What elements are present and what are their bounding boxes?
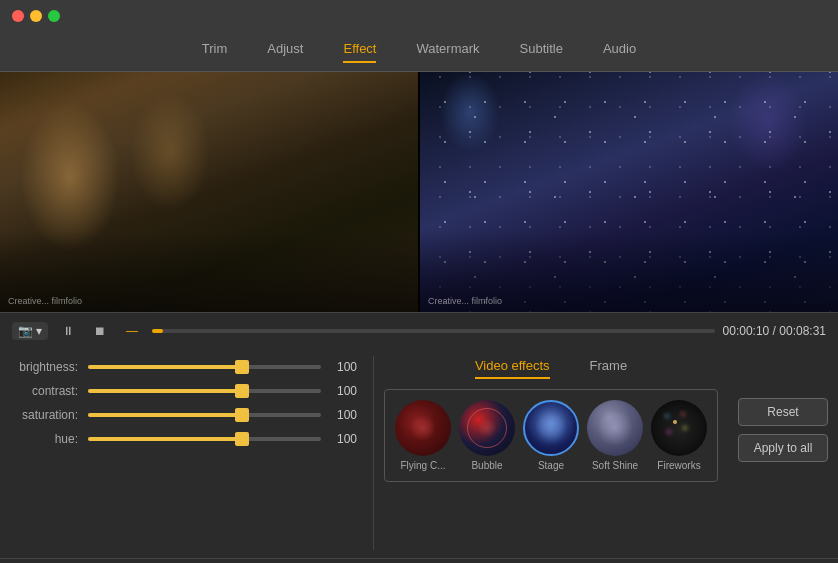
video-label-left: Creative... filmfolio [8, 296, 82, 306]
tab-adjust[interactable]: Adjust [267, 41, 303, 62]
saturation-value: 100 [321, 408, 357, 422]
volume-icon: — [120, 319, 144, 343]
flying-c-glow [410, 415, 436, 441]
tab-trim[interactable]: Trim [202, 41, 228, 62]
saturation-label: saturation: [16, 408, 88, 422]
person-glow-1 [20, 102, 120, 252]
camera-button[interactable]: 📷 ▾ [12, 322, 48, 340]
hue-label: hue: [16, 432, 88, 446]
close-button[interactable] [12, 10, 24, 22]
contrast-track[interactable] [88, 389, 321, 393]
total-time: 00:08:31 [779, 324, 826, 338]
brightness-fill [88, 365, 242, 369]
pause-button[interactable]: ⏸ [56, 319, 80, 343]
brightness-track[interactable] [88, 365, 321, 369]
stop-button[interactable]: ⏹ [88, 319, 112, 343]
stage-glow [525, 402, 577, 454]
effect-thumb-flying-c [395, 400, 451, 456]
action-buttons-panel: Reset Apply to all [728, 348, 838, 558]
effect-item-stage[interactable]: Stage [523, 400, 579, 471]
effect-item-fireworks[interactable]: Fireworks [651, 400, 707, 471]
tab-watermark[interactable]: Watermark [416, 41, 479, 62]
reset-button[interactable]: Reset [738, 398, 828, 426]
apply-to-all-button[interactable]: Apply to all [738, 434, 828, 462]
effects-container: Flying C... Bubble Stage [384, 389, 718, 482]
effect-thumb-stage [523, 400, 579, 456]
tab-effect[interactable]: Effect [343, 41, 376, 62]
video-area: Creative... filmfolio Creative... filmfo… [0, 72, 838, 312]
timeline-progress [152, 329, 163, 333]
effect-name-soft-shine: Soft Shine [592, 460, 638, 471]
video-effects-tab[interactable]: Video effects [475, 358, 550, 379]
contrast-fill [88, 389, 242, 393]
effect-thumb-fireworks [651, 400, 707, 456]
camera-dropdown-arrow: ▾ [36, 324, 42, 338]
frame-tab[interactable]: Frame [590, 358, 628, 379]
effect-name-stage: Stage [538, 460, 564, 471]
tab-subtitle[interactable]: Subtitle [520, 41, 563, 62]
effect-name-flying-c: Flying C... [400, 460, 445, 471]
saturation-track[interactable] [88, 413, 321, 417]
effect-item-flying-c[interactable]: Flying C... [395, 400, 451, 471]
video-panel-left: Creative... filmfolio [0, 72, 418, 312]
contrast-row: contrast: 100 [16, 384, 357, 398]
playback-bar: 📷 ▾ ⏸ ⏹ — 00:00:10 / 00:08:31 [0, 312, 838, 348]
traffic-lights [12, 10, 60, 22]
saturation-fill [88, 413, 242, 417]
title-bar [0, 0, 838, 32]
contrast-value: 100 [321, 384, 357, 398]
brightness-label: brightness: [16, 360, 88, 374]
effects-grid: Flying C... Bubble Stage [395, 400, 707, 471]
effect-thumb-soft-shine [587, 400, 643, 456]
video-panel-right: Creative... filmfolio [420, 72, 838, 312]
fireworks-sparks [673, 420, 677, 424]
tab-bar: Trim Adjust Effect Watermark Subtitle Au… [0, 32, 838, 72]
effect-thumb-bubble [459, 400, 515, 456]
hue-thumb[interactable] [235, 432, 249, 446]
hue-row: hue: 100 [16, 432, 357, 446]
tab-audio[interactable]: Audio [603, 41, 636, 62]
effect-name-bubble: Bubble [471, 460, 502, 471]
hue-fill [88, 437, 242, 441]
saturation-thumb[interactable] [235, 408, 249, 422]
effect-item-soft-shine[interactable]: Soft Shine [587, 400, 643, 471]
timeline-bar[interactable] [152, 329, 715, 333]
maximize-button[interactable] [48, 10, 60, 22]
video-thumb-right [420, 72, 838, 312]
video-thumb-left [0, 72, 418, 312]
contrast-label: contrast: [16, 384, 88, 398]
sliders-panel: brightness: 100 contrast: 100 saturation… [0, 348, 373, 558]
camera-icon: 📷 [18, 324, 33, 338]
time-separator: / [769, 324, 779, 338]
person-glow-2 [130, 92, 210, 212]
effect-name-fireworks: Fireworks [657, 460, 700, 471]
hue-track[interactable] [88, 437, 321, 441]
minimize-button[interactable] [30, 10, 42, 22]
bottom-section: brightness: 100 contrast: 100 saturation… [0, 348, 838, 558]
effect-item-bubble[interactable]: Bubble [459, 400, 515, 471]
saturation-row: saturation: 100 [16, 408, 357, 422]
bubble-inner [477, 418, 497, 438]
hue-value: 100 [321, 432, 357, 446]
soft-shine-glow [597, 410, 633, 446]
footer-bar: Cancel OK [0, 558, 838, 563]
brightness-value: 100 [321, 360, 357, 374]
effects-panel: Video effects Frame Flying C... [374, 348, 728, 558]
effects-tabs: Video effects Frame [384, 358, 718, 379]
brightness-row: brightness: 100 [16, 360, 357, 374]
time-display: 00:00:10 / 00:08:31 [723, 324, 826, 338]
contrast-thumb[interactable] [235, 384, 249, 398]
current-time: 00:00:10 [723, 324, 770, 338]
video-label-right: Creative... filmfolio [428, 296, 502, 306]
brightness-thumb[interactable] [235, 360, 249, 374]
